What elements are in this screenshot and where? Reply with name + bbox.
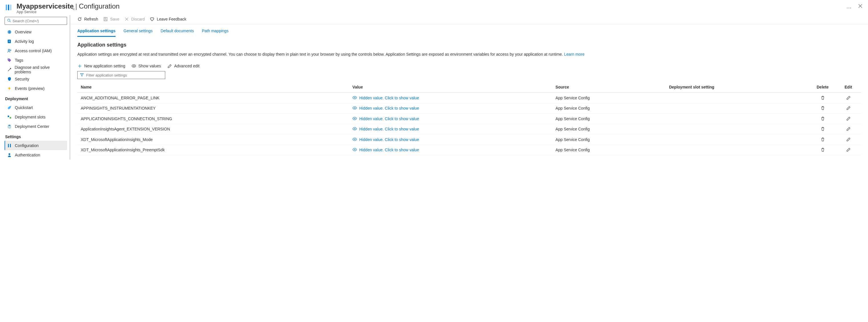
svg-point-28 bbox=[133, 65, 134, 66]
filter-box[interactable] bbox=[77, 71, 165, 79]
hidden-value[interactable]: Hidden value. Click to show value bbox=[352, 116, 419, 121]
sidebar-item-overview[interactable]: Overview bbox=[5, 27, 67, 36]
tab-path-mappings[interactable]: Path mappings bbox=[202, 29, 228, 37]
action-label: Show values bbox=[138, 64, 161, 68]
eye-icon bbox=[352, 116, 357, 121]
show-values-button[interactable]: Show values bbox=[131, 64, 161, 68]
section-description: Application settings are encrypted at re… bbox=[77, 51, 861, 57]
svg-rect-2 bbox=[10, 5, 11, 10]
learn-more-link[interactable]: Learn more bbox=[564, 52, 585, 57]
hidden-value[interactable]: Hidden value. Click to show value bbox=[352, 106, 419, 111]
toolbar-label: Discard bbox=[131, 17, 145, 21]
delete-button[interactable] bbox=[820, 116, 825, 121]
hidden-value[interactable]: Hidden value. Click to show value bbox=[352, 137, 419, 142]
toolbar-label: Refresh bbox=[84, 17, 98, 21]
page-title: Configuration bbox=[79, 2, 120, 10]
svg-point-29 bbox=[354, 97, 355, 98]
svg-point-33 bbox=[354, 139, 355, 140]
action-label: Advanced edit bbox=[174, 64, 199, 68]
cell-slot bbox=[666, 114, 810, 124]
col-value[interactable]: Value bbox=[349, 82, 552, 92]
sidebar-item-configuration[interactable]: Configuration bbox=[5, 141, 67, 150]
edit-button[interactable] bbox=[846, 116, 851, 121]
col-source[interactable]: Source bbox=[552, 82, 666, 92]
sidebar-item-label: Tags bbox=[15, 58, 23, 62]
sidebar-item-label: Overview bbox=[15, 30, 31, 34]
sidebar-item-authentication[interactable]: Authentication bbox=[5, 150, 67, 159]
quickstart-icon bbox=[7, 105, 12, 110]
eye-icon bbox=[352, 106, 357, 111]
col-name[interactable]: Name bbox=[77, 82, 349, 92]
edit-button[interactable] bbox=[846, 126, 851, 131]
feedback-button[interactable]: Leave Feedback bbox=[150, 17, 186, 21]
hidden-value[interactable]: Hidden value. Click to show value bbox=[352, 96, 419, 100]
col-delete: Delete bbox=[810, 82, 835, 92]
advanced-edit-button[interactable]: Advanced edit bbox=[167, 64, 199, 68]
sidebar-item-deployment-slots[interactable]: Deployment slots bbox=[5, 112, 67, 122]
filter-input[interactable] bbox=[86, 73, 163, 77]
more-actions[interactable]: ⋯ bbox=[845, 4, 853, 11]
edit-button[interactable] bbox=[846, 106, 851, 111]
user-icon bbox=[7, 152, 12, 157]
sidebar-search-input[interactable] bbox=[12, 19, 64, 23]
cell-slot bbox=[666, 103, 810, 114]
refresh-button[interactable]: Refresh bbox=[77, 17, 98, 21]
sidebar-item-label: Security bbox=[15, 77, 29, 81]
edit-button[interactable] bbox=[846, 95, 851, 100]
sidebar-item-security[interactable]: Security bbox=[5, 74, 67, 84]
sidebar-search[interactable] bbox=[5, 17, 67, 25]
sidebar-item-label: Configuration bbox=[15, 143, 38, 148]
sidebar-item-label: Diagnose and solve problems bbox=[14, 65, 65, 74]
sidebar-item-quickstart[interactable]: Quickstart bbox=[5, 103, 67, 112]
new-app-setting-button[interactable]: New application setting bbox=[77, 64, 125, 68]
sidebar-item-diagnose[interactable]: Diagnose and solve problems bbox=[5, 65, 67, 74]
edit-button[interactable] bbox=[846, 147, 851, 152]
delete-button[interactable] bbox=[820, 126, 825, 131]
sidebar-item-deployment-center[interactable]: Deployment Center bbox=[5, 122, 67, 131]
sidebar-section-settings: Settings bbox=[5, 131, 67, 141]
save-icon bbox=[103, 17, 108, 21]
edit-button[interactable] bbox=[846, 137, 851, 142]
hidden-value[interactable]: Hidden value. Click to show value bbox=[352, 127, 419, 131]
sidebar-item-tags[interactable]: Tags bbox=[5, 55, 67, 65]
collapse-sidebar[interactable]: « bbox=[72, 6, 75, 11]
log-icon bbox=[7, 39, 12, 44]
close-button[interactable] bbox=[857, 2, 863, 10]
svg-point-20 bbox=[8, 153, 10, 155]
eye-icon bbox=[352, 127, 357, 131]
tab-default-documents[interactable]: Default documents bbox=[161, 29, 194, 37]
save-button: Save bbox=[103, 17, 119, 21]
cell-slot bbox=[666, 124, 810, 135]
svg-rect-21 bbox=[104, 18, 107, 21]
sidebar-item-events[interactable]: Events (preview) bbox=[5, 84, 67, 93]
deployment-center-icon bbox=[7, 124, 12, 129]
cell-source: App Service Config bbox=[552, 135, 666, 145]
cell-name: APPLICATIONINSIGHTS_CONNECTION_STRING bbox=[77, 114, 349, 124]
cell-slot bbox=[666, 145, 810, 155]
sidebar-item-label: Events (preview) bbox=[15, 86, 44, 91]
delete-button[interactable] bbox=[820, 147, 825, 152]
sidebar-item-label: Deployment slots bbox=[15, 115, 45, 119]
delete-button[interactable] bbox=[820, 137, 825, 142]
sidebar-item-label: Access control (IAM) bbox=[15, 49, 52, 53]
sidebar-item-activity-log[interactable]: Activity log bbox=[5, 36, 67, 46]
sidebar-item-iam[interactable]: Access control (IAM) bbox=[5, 46, 67, 55]
col-slot[interactable]: Deployment slot setting bbox=[666, 82, 810, 92]
hidden-value[interactable]: Hidden value. Click to show value bbox=[352, 148, 419, 152]
sidebar-section-deployment: Deployment bbox=[5, 93, 67, 103]
cell-name: ApplicationInsightsAgent_EXTENSION_VERSI… bbox=[77, 124, 349, 135]
delete-button[interactable] bbox=[820, 106, 825, 111]
cell-name: XDT_MicrosoftApplicationInsights_Preempt… bbox=[77, 145, 349, 155]
cell-source: App Service Config bbox=[552, 114, 666, 124]
tab-general-settings[interactable]: General settings bbox=[124, 29, 153, 37]
heart-icon bbox=[150, 17, 154, 21]
resource-name: Myappservicesite bbox=[17, 2, 73, 10]
tab-app-settings[interactable]: Application settings bbox=[77, 29, 116, 37]
svg-line-6 bbox=[10, 21, 10, 22]
col-edit: Edit bbox=[835, 82, 861, 92]
svg-rect-1 bbox=[8, 5, 9, 10]
delete-button[interactable] bbox=[820, 95, 825, 100]
sidebar-item-label: Activity log bbox=[15, 39, 34, 44]
table-row: ANCM_ADDITIONAL_ERROR_PAGE_LINKHidden va… bbox=[77, 92, 861, 103]
eye-icon bbox=[352, 96, 357, 100]
